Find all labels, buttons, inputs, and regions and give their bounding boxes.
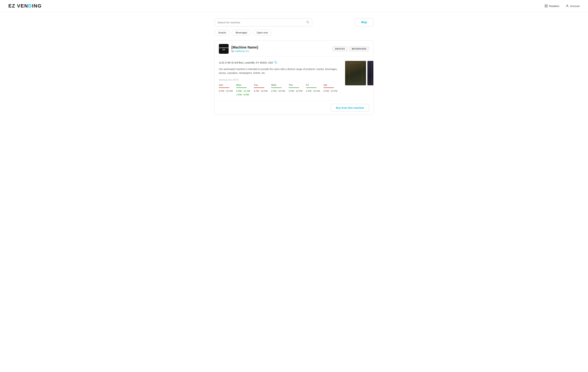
card-info: 1115 S 4th St 3rd floor, Louisville, KY … bbox=[219, 61, 341, 97]
machine-logo: AUTHENTIC205 bbox=[219, 44, 229, 54]
map-button[interactable]: Map bbox=[355, 18, 374, 26]
filter-snacks[interactable]: Snacks bbox=[214, 30, 230, 35]
day-col-thu: Thu 4 PM - 10 PM bbox=[289, 84, 306, 97]
svg-rect-3 bbox=[275, 62, 277, 64]
day-bar-sun bbox=[219, 88, 229, 88]
svg-point-0 bbox=[567, 5, 568, 6]
machine-image-1[interactable] bbox=[345, 61, 366, 85]
day-sat: Sat bbox=[324, 84, 339, 86]
day-mon: Mon bbox=[236, 84, 252, 86]
machine-title-group: [Machine Name] by California Co. bbox=[231, 45, 258, 53]
card-body-top: 1115 S 4th St 3rd floor, Louisville, KY … bbox=[219, 61, 369, 97]
header-nav: Retailers Account bbox=[545, 4, 580, 8]
day-col-sat: Sat 6 PM - 10 PM bbox=[324, 84, 341, 97]
machine-by: by California Co. bbox=[231, 50, 258, 53]
filter-open-now[interactable]: Open now bbox=[253, 30, 272, 35]
day-hours-thu: 4 PM - 10 PM bbox=[289, 89, 305, 93]
day-tue: Tue bbox=[254, 84, 270, 86]
day-bar-wed bbox=[271, 88, 282, 88]
day-hours-fri: 4 PM - 10 PM bbox=[306, 89, 322, 93]
day-col-sun: Sun 6 PM - 10 PM bbox=[219, 84, 236, 97]
svg-line-2 bbox=[308, 22, 309, 23]
day-sun: Sun bbox=[219, 84, 235, 86]
buy-button[interactable]: Buy from this machine bbox=[331, 104, 369, 111]
machine-images bbox=[345, 61, 374, 97]
account-icon bbox=[566, 4, 569, 8]
day-col-fri: Fri 4 PM - 10 PM bbox=[306, 84, 324, 97]
account-label: Account bbox=[570, 5, 580, 8]
retailers-label: Retailers bbox=[549, 5, 559, 8]
day-bar-fri bbox=[306, 88, 316, 88]
machine-description: Our automated machine is intended to pro… bbox=[219, 67, 341, 75]
card-footer: Buy from this machine bbox=[215, 101, 373, 115]
day-hours-tue: 4 PM - 10 PM bbox=[254, 89, 270, 93]
search-icon bbox=[306, 21, 309, 23]
logo: EZ VENDING bbox=[8, 3, 42, 9]
machine-card: AUTHENTIC205 [Machine Name] by Californi… bbox=[214, 40, 374, 115]
day-hours-sat: 6 PM - 10 PM bbox=[324, 89, 339, 93]
filter-chips: Snacks Beverages Open now bbox=[214, 30, 374, 35]
tag-snacks: SNACKS bbox=[332, 47, 347, 51]
tag-beverages: BEVERAGES bbox=[349, 47, 369, 51]
address-row: 1115 S 4th St 3rd floor, Louisville, KY … bbox=[219, 61, 341, 64]
filter-beverages[interactable]: Beverages bbox=[232, 30, 251, 35]
card-body: 1115 S 4th St 3rd floor, Louisville, KY … bbox=[215, 57, 373, 101]
day-bar-thu bbox=[289, 88, 299, 88]
machine-name: [Machine Name] bbox=[231, 45, 258, 49]
day-fri: Fri bbox=[306, 84, 322, 86]
day-bar-sat bbox=[324, 88, 334, 88]
main-content: Map Snacks Beverages Open now AUTHENTIC2… bbox=[210, 12, 378, 121]
day-hours-wed: 4 PM - 10 PM bbox=[271, 89, 287, 93]
search-box bbox=[214, 19, 312, 26]
day-hours-sun: 6 PM - 10 PM bbox=[219, 89, 235, 93]
account-nav[interactable]: Account bbox=[566, 4, 580, 8]
search-input[interactable] bbox=[218, 21, 306, 24]
day-bar-mon bbox=[236, 88, 247, 88]
day-bar-tue bbox=[254, 88, 264, 88]
search-button[interactable] bbox=[306, 21, 309, 24]
copy-icon[interactable] bbox=[274, 61, 277, 64]
day-thu: Thu bbox=[289, 84, 305, 86]
day-col-mon: Mon 6 PM - 11 AM1 PM - 6 PM bbox=[236, 84, 254, 97]
day-col-tue: Tue 4 PM - 10 PM bbox=[254, 84, 271, 97]
card-header-left: AUTHENTIC205 [Machine Name] by Californi… bbox=[219, 44, 258, 54]
address-text: 1115 S 4th St 3rd floor, Louisville, KY … bbox=[219, 61, 273, 64]
day-col-wed: Wed 4 PM - 10 PM bbox=[271, 84, 289, 97]
machine-company-link[interactable]: California Co. bbox=[235, 50, 250, 53]
machine-image-2[interactable] bbox=[368, 61, 374, 85]
svg-point-1 bbox=[306, 21, 308, 23]
search-row: Map bbox=[214, 18, 374, 26]
card-tags: SNACKS BEVERAGES bbox=[332, 47, 369, 51]
retailers-nav[interactable]: Retailers bbox=[545, 5, 559, 8]
hamburger-icon bbox=[545, 5, 548, 7]
card-header: AUTHENTIC205 [Machine Name] by Californi… bbox=[215, 41, 373, 57]
header: EZ VENDING Retailers Account bbox=[0, 0, 588, 12]
hours-table: Sun 6 PM - 10 PM Mon 6 PM - 11 AM1 PM - … bbox=[219, 84, 341, 97]
working-time-label: Working time (PDT) bbox=[219, 78, 341, 81]
day-wed: Wed bbox=[271, 84, 287, 86]
day-hours-mon: 6 PM - 11 AM1 PM - 6 PM bbox=[236, 89, 252, 97]
